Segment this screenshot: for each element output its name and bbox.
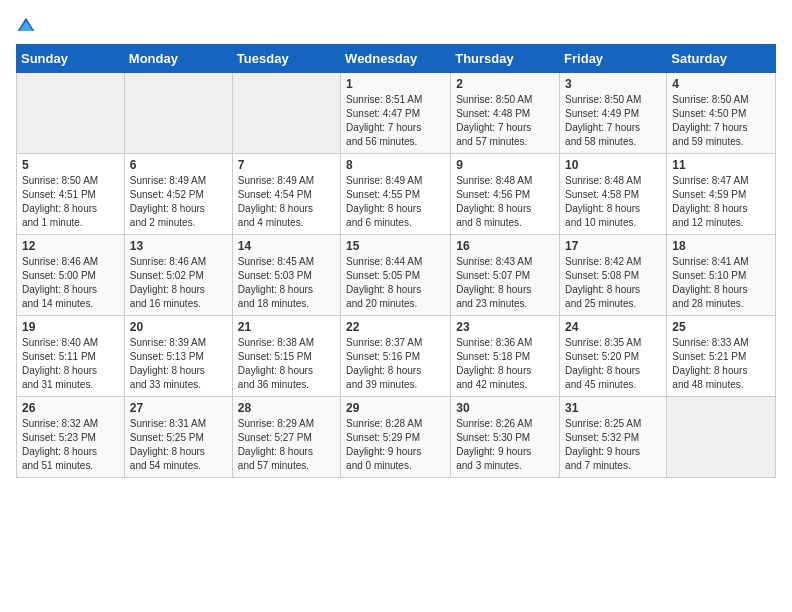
day-number: 26	[22, 401, 119, 415]
calendar-week-row: 1Sunrise: 8:51 AM Sunset: 4:47 PM Daylig…	[17, 73, 776, 154]
weekday-header: Wednesday	[341, 45, 451, 73]
logo	[16, 16, 38, 36]
day-number: 13	[130, 239, 227, 253]
day-number: 1	[346, 77, 445, 91]
day-info: Sunrise: 8:49 AM Sunset: 4:52 PM Dayligh…	[130, 174, 227, 230]
day-info: Sunrise: 8:47 AM Sunset: 4:59 PM Dayligh…	[672, 174, 770, 230]
day-info: Sunrise: 8:50 AM Sunset: 4:49 PM Dayligh…	[565, 93, 661, 149]
day-number: 8	[346, 158, 445, 172]
calendar-cell: 15Sunrise: 8:44 AM Sunset: 5:05 PM Dayli…	[341, 235, 451, 316]
day-info: Sunrise: 8:45 AM Sunset: 5:03 PM Dayligh…	[238, 255, 335, 311]
calendar-cell: 30Sunrise: 8:26 AM Sunset: 5:30 PM Dayli…	[451, 397, 560, 478]
day-info: Sunrise: 8:28 AM Sunset: 5:29 PM Dayligh…	[346, 417, 445, 473]
day-number: 12	[22, 239, 119, 253]
calendar-cell: 13Sunrise: 8:46 AM Sunset: 5:02 PM Dayli…	[124, 235, 232, 316]
calendar-cell: 19Sunrise: 8:40 AM Sunset: 5:11 PM Dayli…	[17, 316, 125, 397]
calendar-cell: 6Sunrise: 8:49 AM Sunset: 4:52 PM Daylig…	[124, 154, 232, 235]
day-number: 3	[565, 77, 661, 91]
day-info: Sunrise: 8:43 AM Sunset: 5:07 PM Dayligh…	[456, 255, 554, 311]
day-info: Sunrise: 8:44 AM Sunset: 5:05 PM Dayligh…	[346, 255, 445, 311]
calendar-cell: 1Sunrise: 8:51 AM Sunset: 4:47 PM Daylig…	[341, 73, 451, 154]
day-info: Sunrise: 8:37 AM Sunset: 5:16 PM Dayligh…	[346, 336, 445, 392]
day-number: 2	[456, 77, 554, 91]
day-number: 17	[565, 239, 661, 253]
calendar-cell	[124, 73, 232, 154]
calendar-cell: 16Sunrise: 8:43 AM Sunset: 5:07 PM Dayli…	[451, 235, 560, 316]
weekday-header: Sunday	[17, 45, 125, 73]
day-number: 6	[130, 158, 227, 172]
calendar-cell: 12Sunrise: 8:46 AM Sunset: 5:00 PM Dayli…	[17, 235, 125, 316]
day-number: 11	[672, 158, 770, 172]
day-info: Sunrise: 8:49 AM Sunset: 4:54 PM Dayligh…	[238, 174, 335, 230]
day-info: Sunrise: 8:48 AM Sunset: 4:58 PM Dayligh…	[565, 174, 661, 230]
calendar-cell: 7Sunrise: 8:49 AM Sunset: 4:54 PM Daylig…	[232, 154, 340, 235]
calendar-header-row: SundayMondayTuesdayWednesdayThursdayFrid…	[17, 45, 776, 73]
calendar-week-row: 19Sunrise: 8:40 AM Sunset: 5:11 PM Dayli…	[17, 316, 776, 397]
calendar-cell: 4Sunrise: 8:50 AM Sunset: 4:50 PM Daylig…	[667, 73, 776, 154]
day-info: Sunrise: 8:46 AM Sunset: 5:00 PM Dayligh…	[22, 255, 119, 311]
calendar-week-row: 12Sunrise: 8:46 AM Sunset: 5:00 PM Dayli…	[17, 235, 776, 316]
weekday-header: Thursday	[451, 45, 560, 73]
day-info: Sunrise: 8:29 AM Sunset: 5:27 PM Dayligh…	[238, 417, 335, 473]
calendar-cell: 27Sunrise: 8:31 AM Sunset: 5:25 PM Dayli…	[124, 397, 232, 478]
day-number: 24	[565, 320, 661, 334]
day-info: Sunrise: 8:26 AM Sunset: 5:30 PM Dayligh…	[456, 417, 554, 473]
calendar-cell: 31Sunrise: 8:25 AM Sunset: 5:32 PM Dayli…	[560, 397, 667, 478]
day-number: 22	[346, 320, 445, 334]
day-info: Sunrise: 8:31 AM Sunset: 5:25 PM Dayligh…	[130, 417, 227, 473]
day-info: Sunrise: 8:50 AM Sunset: 4:51 PM Dayligh…	[22, 174, 119, 230]
calendar-table: SundayMondayTuesdayWednesdayThursdayFrid…	[16, 44, 776, 478]
calendar-cell: 20Sunrise: 8:39 AM Sunset: 5:13 PM Dayli…	[124, 316, 232, 397]
calendar-cell: 2Sunrise: 8:50 AM Sunset: 4:48 PM Daylig…	[451, 73, 560, 154]
calendar-cell	[667, 397, 776, 478]
calendar-cell: 10Sunrise: 8:48 AM Sunset: 4:58 PM Dayli…	[560, 154, 667, 235]
calendar-cell: 14Sunrise: 8:45 AM Sunset: 5:03 PM Dayli…	[232, 235, 340, 316]
day-number: 7	[238, 158, 335, 172]
day-info: Sunrise: 8:51 AM Sunset: 4:47 PM Dayligh…	[346, 93, 445, 149]
calendar-cell: 5Sunrise: 8:50 AM Sunset: 4:51 PM Daylig…	[17, 154, 125, 235]
day-number: 10	[565, 158, 661, 172]
calendar-cell: 25Sunrise: 8:33 AM Sunset: 5:21 PM Dayli…	[667, 316, 776, 397]
weekday-header: Saturday	[667, 45, 776, 73]
day-number: 21	[238, 320, 335, 334]
day-info: Sunrise: 8:50 AM Sunset: 4:50 PM Dayligh…	[672, 93, 770, 149]
day-info: Sunrise: 8:40 AM Sunset: 5:11 PM Dayligh…	[22, 336, 119, 392]
calendar-cell: 22Sunrise: 8:37 AM Sunset: 5:16 PM Dayli…	[341, 316, 451, 397]
day-number: 14	[238, 239, 335, 253]
day-number: 9	[456, 158, 554, 172]
day-info: Sunrise: 8:36 AM Sunset: 5:18 PM Dayligh…	[456, 336, 554, 392]
calendar-cell: 29Sunrise: 8:28 AM Sunset: 5:29 PM Dayli…	[341, 397, 451, 478]
calendar-cell: 24Sunrise: 8:35 AM Sunset: 5:20 PM Dayli…	[560, 316, 667, 397]
calendar-week-row: 26Sunrise: 8:32 AM Sunset: 5:23 PM Dayli…	[17, 397, 776, 478]
day-number: 15	[346, 239, 445, 253]
calendar-cell: 26Sunrise: 8:32 AM Sunset: 5:23 PM Dayli…	[17, 397, 125, 478]
day-info: Sunrise: 8:32 AM Sunset: 5:23 PM Dayligh…	[22, 417, 119, 473]
day-number: 29	[346, 401, 445, 415]
calendar-cell: 21Sunrise: 8:38 AM Sunset: 5:15 PM Dayli…	[232, 316, 340, 397]
day-info: Sunrise: 8:33 AM Sunset: 5:21 PM Dayligh…	[672, 336, 770, 392]
day-number: 28	[238, 401, 335, 415]
day-number: 4	[672, 77, 770, 91]
day-info: Sunrise: 8:39 AM Sunset: 5:13 PM Dayligh…	[130, 336, 227, 392]
day-number: 20	[130, 320, 227, 334]
calendar-cell: 3Sunrise: 8:50 AM Sunset: 4:49 PM Daylig…	[560, 73, 667, 154]
calendar-cell: 28Sunrise: 8:29 AM Sunset: 5:27 PM Dayli…	[232, 397, 340, 478]
day-number: 30	[456, 401, 554, 415]
logo-icon	[16, 16, 36, 36]
day-number: 18	[672, 239, 770, 253]
day-info: Sunrise: 8:48 AM Sunset: 4:56 PM Dayligh…	[456, 174, 554, 230]
calendar-cell: 17Sunrise: 8:42 AM Sunset: 5:08 PM Dayli…	[560, 235, 667, 316]
page-header	[16, 16, 776, 36]
day-number: 23	[456, 320, 554, 334]
day-info: Sunrise: 8:35 AM Sunset: 5:20 PM Dayligh…	[565, 336, 661, 392]
day-number: 16	[456, 239, 554, 253]
calendar-cell	[17, 73, 125, 154]
calendar-cell: 18Sunrise: 8:41 AM Sunset: 5:10 PM Dayli…	[667, 235, 776, 316]
day-info: Sunrise: 8:25 AM Sunset: 5:32 PM Dayligh…	[565, 417, 661, 473]
weekday-header: Monday	[124, 45, 232, 73]
weekday-header: Friday	[560, 45, 667, 73]
day-number: 31	[565, 401, 661, 415]
calendar-cell	[232, 73, 340, 154]
day-info: Sunrise: 8:41 AM Sunset: 5:10 PM Dayligh…	[672, 255, 770, 311]
day-info: Sunrise: 8:49 AM Sunset: 4:55 PM Dayligh…	[346, 174, 445, 230]
